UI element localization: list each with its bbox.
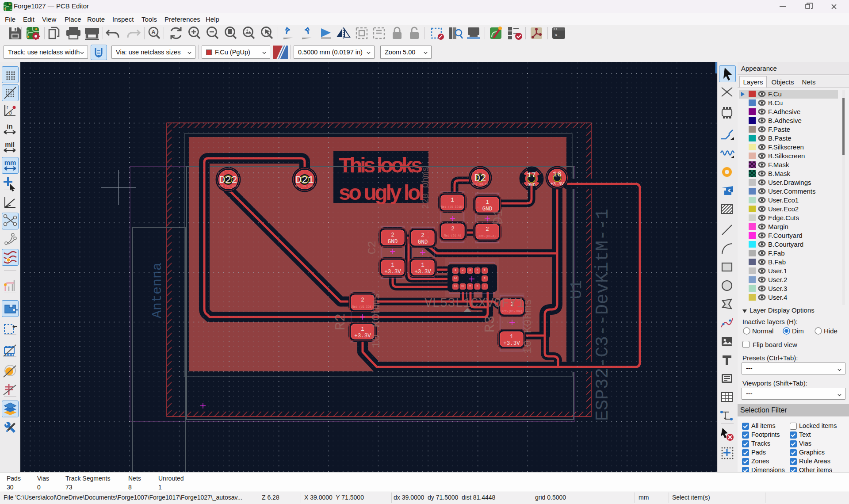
- svg-text:mil: mil: [5, 141, 15, 148]
- svg-text:mm: mm: [4, 159, 16, 166]
- svg-text:r: r: [7, 105, 8, 110]
- svg-text:in: in: [7, 122, 12, 130]
- svg-text:A: A: [151, 29, 156, 35]
- svg-text:>_: >_: [555, 33, 561, 38]
- svg-text:θ: θ: [9, 111, 12, 116]
